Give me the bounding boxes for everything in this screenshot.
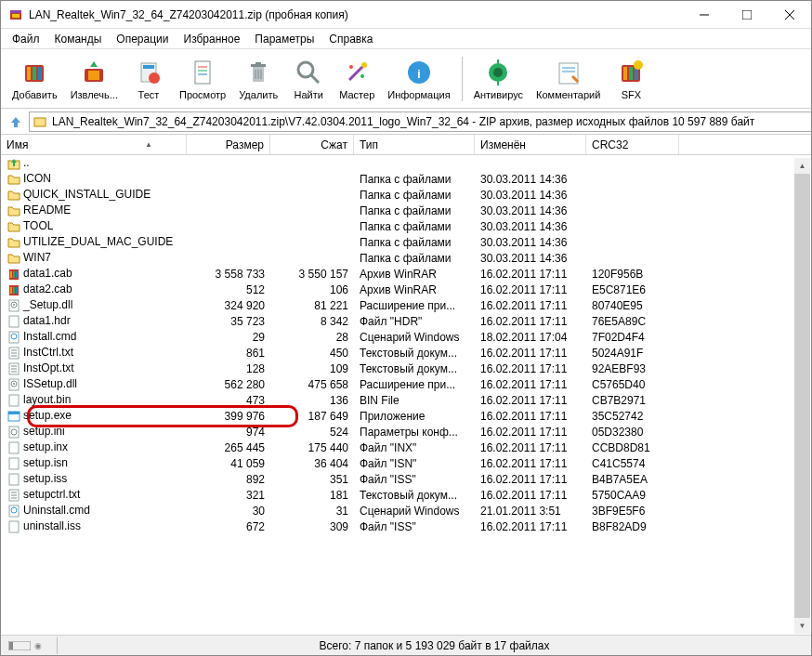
svg-rect-43 (629, 67, 633, 80)
toolbar-wizard-button[interactable]: Мастер (334, 56, 380, 102)
file-row[interactable]: setup.ini974524Параметры конф...16.02.20… (1, 424, 811, 440)
file-row[interactable]: READMEПапка с файлами30.03.2011 14:36 (1, 203, 811, 218)
maximize-button[interactable] (726, 1, 768, 29)
file-crc: 3BF9E5F6 (586, 505, 679, 518)
toolbar-view-button[interactable]: Просмотр (174, 56, 231, 102)
file-name: InstCtrl.txt (23, 346, 73, 359)
file-row[interactable]: data1.cab3 558 7333 550 157Архив WinRAR1… (1, 266, 811, 282)
column-header-packed[interactable]: Сжат (270, 135, 354, 154)
wizard-icon (342, 58, 372, 87)
menu-commands[interactable]: Команды (47, 31, 110, 47)
file-row[interactable]: .. (1, 155, 811, 171)
file-name: setup.isn (23, 456, 68, 469)
toolbar-test-button[interactable]: Тест (125, 56, 172, 102)
toolbar-virus-button[interactable]: Антивирус (468, 56, 529, 102)
file-crc: 7F02D4F4 (586, 331, 679, 344)
svg-rect-1 (10, 10, 21, 13)
file-row[interactable]: QUICK_INSTALL_GUIDEПапка с файлами30.03.… (1, 187, 811, 203)
close-button[interactable] (768, 1, 811, 29)
file-row[interactable]: setup.inx265 445175 440Файл "INX"16.02.2… (1, 440, 811, 455)
file-row[interactable]: data1.hdr35 7238 342Файл "HDR"16.02.2011… (1, 313, 811, 329)
column-header-modified[interactable]: Изменён (475, 135, 586, 154)
file-type: Файл "HDR" (354, 315, 475, 328)
up-button[interactable] (7, 112, 25, 131)
file-list-body[interactable]: ..ICONПапка с файлами30.03.2011 14:36QUI… (1, 155, 811, 534)
file-packed: 136 (270, 394, 354, 407)
menu-operations[interactable]: Операции (109, 31, 176, 47)
file-row[interactable]: data2.cab512106Архив WinRAR16.02.2011 17… (1, 282, 811, 297)
file-size: 35 723 (187, 315, 270, 328)
file-modified: 16.02.2011 17:11 (475, 268, 586, 281)
menu-file[interactable]: Файл (5, 31, 47, 47)
file-size: 892 (187, 473, 270, 486)
file-row[interactable]: ISSetup.dll562 280475 658Расширение при.… (1, 376, 811, 392)
toolbar-extract-button[interactable]: Извлечь... (65, 56, 124, 102)
file-type: Текстовый докум... (354, 347, 475, 360)
file-row[interactable]: UTILIZE_DUAL_MAC_GUIDEПапка с файлами30.… (1, 234, 811, 250)
sfx-icon (616, 58, 646, 87)
file-crc: B4B7A5EA (586, 473, 679, 486)
minimize-button[interactable] (683, 1, 726, 29)
toolbar-info-button[interactable]: i Информация (382, 56, 455, 102)
titlebar[interactable]: LAN_Realtek_Win7_32_64_Z74203042011.zip … (1, 1, 811, 29)
file-name: data1.cab (23, 267, 72, 280)
svg-point-15 (149, 72, 160, 84)
file-name: setup.iss (23, 472, 67, 485)
file-name: TOOL (23, 219, 53, 232)
file-modified: 18.02.2011 17:04 (475, 331, 586, 344)
toolbar-find-button[interactable]: Найти (285, 56, 332, 102)
svg-point-57 (13, 304, 15, 306)
file-row[interactable]: setup.exe399 976187 649Приложение16.02.2… (1, 408, 811, 424)
file-type: Текстовый докум... (354, 489, 475, 502)
menu-options[interactable]: Параметры (247, 31, 321, 47)
column-header-crc[interactable]: CRC32 (586, 135, 679, 154)
file-modified: 30.03.2011 14:36 (475, 204, 586, 217)
winrar-window: LAN_Realtek_Win7_32_64_Z74203042011.zip … (0, 0, 812, 656)
svg-rect-77 (9, 442, 19, 453)
address-input[interactable] (29, 112, 812, 132)
file-row[interactable]: _Setup.dll324 92081 221Расширение при...… (1, 297, 811, 313)
file-crc: 80740E95 (586, 299, 679, 312)
scroll-down-button[interactable]: ▼ (794, 618, 810, 634)
svg-line-27 (311, 75, 319, 83)
toolbar-comment-button[interactable]: Комментарий (530, 56, 606, 102)
svg-rect-88 (9, 642, 13, 649)
scroll-thumb[interactable] (794, 174, 810, 618)
file-row[interactable]: InstOpt.txt128109Текстовый докум...16.02… (1, 361, 811, 376)
folder-icon (7, 235, 21, 250)
file-row[interactable]: Uninstall.cmd3031Сценарий Windows21.01.2… (1, 503, 811, 518)
svg-rect-42 (623, 67, 627, 80)
file-row[interactable]: TOOLПапка с файлами30.03.2011 14:36 (1, 218, 811, 234)
file-modified: 16.02.2011 17:11 (475, 520, 586, 533)
file-type: Файл "ISS" (354, 520, 475, 533)
file-row[interactable]: layout.bin473136BIN File16.02.2011 17:11… (1, 392, 811, 408)
file-row[interactable]: setupctrl.txt321181Текстовый докум...16.… (1, 487, 811, 503)
menu-help[interactable]: Справка (321, 31, 380, 47)
column-header-type[interactable]: Тип (354, 135, 475, 154)
menu-favorites[interactable]: Избранное (177, 31, 248, 47)
scroll-up-button[interactable]: ▲ (794, 158, 810, 174)
file-row[interactable]: Install.cmd2928Сценарий Windows18.02.201… (1, 329, 811, 345)
vertical-scrollbar[interactable]: ▲ ▼ (794, 158, 810, 634)
svg-rect-74 (8, 412, 20, 414)
file-row[interactable]: ICONПапка с файлами30.03.2011 14:36 (1, 171, 811, 187)
folder-icon (7, 172, 21, 187)
file-row[interactable]: setup.isn41 05936 404Файл "ISN"16.02.201… (1, 455, 811, 471)
file-name: ICON (23, 172, 51, 185)
svg-rect-12 (88, 71, 99, 80)
file-modified: 30.03.2011 14:36 (475, 252, 586, 265)
toolbar-sfx-button[interactable]: SFX (608, 56, 654, 102)
file-type: Файл "ISN" (354, 457, 475, 470)
file-row[interactable]: WIN7Папка с файлами30.03.2011 14:36 (1, 250, 811, 266)
file-name: _Setup.dll (23, 298, 72, 311)
svg-rect-53 (13, 287, 15, 294)
file-row[interactable]: setup.iss892351Файл "ISS"16.02.2011 17:1… (1, 471, 811, 487)
svg-point-30 (349, 65, 353, 69)
column-header-name[interactable]: Имя▲ (1, 135, 187, 154)
file-crc: 05D32380 (586, 426, 679, 439)
toolbar-delete-button[interactable]: Удалить (233, 56, 283, 102)
column-header-size[interactable]: Размер (187, 135, 270, 154)
file-row[interactable]: uninstall.iss672309Файл "ISS"16.02.2011 … (1, 518, 811, 534)
toolbar-add-button[interactable]: Добавить (7, 56, 63, 102)
file-row[interactable]: InstCtrl.txt861450Текстовый докум...16.0… (1, 345, 811, 361)
